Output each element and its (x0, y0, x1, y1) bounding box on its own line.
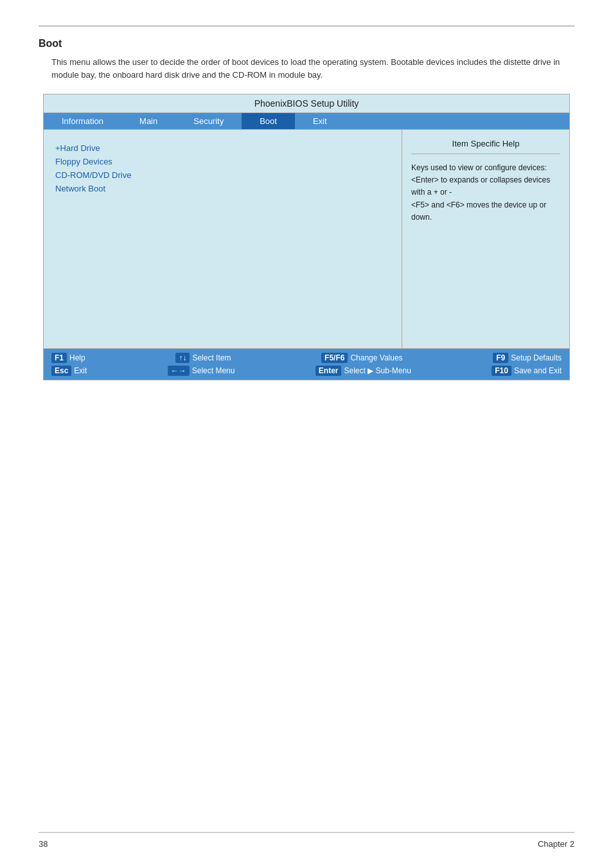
footer-item: F10Save and Exit (489, 364, 564, 377)
footer-label: Select ▶ Sub-Menu (344, 366, 411, 375)
bios-nav-item-main[interactable]: Main (121, 113, 175, 129)
footer-label: Select Menu (192, 366, 235, 375)
bios-nav-item-information[interactable]: Information (44, 113, 121, 129)
footer-label: Save and Exit (514, 366, 562, 375)
help-text: Keys used to view or configure devices:<… (411, 162, 560, 224)
footer-item: ←→Select Menu (165, 364, 238, 377)
bios-nav-item-security[interactable]: Security (175, 113, 242, 129)
footer-item: EnterSelect ▶ Sub-Menu (313, 364, 414, 377)
footer-key: Enter (315, 366, 342, 376)
bios-left-panel: +Hard DriveFloppy DevicesCD-ROM/DVD Driv… (44, 130, 402, 348)
footer-label: Select Item (192, 353, 231, 362)
footer-key: F10 (492, 366, 511, 376)
bios-nav-item-exit[interactable]: Exit (295, 113, 345, 129)
footer-label: Help (69, 353, 85, 362)
footer-item: EscExit (49, 364, 89, 377)
bios-nav-bar: InformationMainSecurityBootExit (44, 113, 569, 130)
footer-item: F9Setup Defaults (490, 351, 564, 364)
bios-setup-box: PhoenixBIOS Setup Utility InformationMai… (43, 94, 570, 380)
footer-key: F5/F6 (321, 353, 348, 363)
footer-label: Exit (74, 366, 87, 375)
bios-right-panel: Item Specific Help Keys used to view or … (402, 130, 569, 348)
page-number: 38 (39, 839, 48, 849)
boot-item[interactable]: Floppy Devices (54, 156, 391, 167)
bios-footer: F1Help↑↓Select ItemF5/F6Change ValuesF9S… (44, 348, 569, 380)
page-container: Boot This menu allows the user to decide… (0, 0, 613, 419)
bios-content-area: +Hard DriveFloppy DevicesCD-ROM/DVD Driv… (44, 130, 569, 348)
bios-title-bar: PhoenixBIOS Setup Utility (44, 94, 569, 113)
section-description: This menu allows the user to decide the … (51, 56, 574, 81)
footer-key: ←→ (168, 366, 190, 376)
footer-key: F1 (51, 353, 67, 363)
page-title: Boot (39, 38, 574, 49)
footer-row: F1Help↑↓Select ItemF5/F6Change ValuesF9S… (49, 351, 564, 364)
boot-item[interactable]: CD-ROM/DVD Drive (54, 170, 391, 181)
footer-key: F9 (493, 353, 508, 363)
chapter-label: Chapter 2 (538, 839, 574, 849)
footer-label: Change Values (350, 353, 402, 362)
footer-item: F1Help (49, 351, 88, 364)
bios-nav-item-boot[interactable]: Boot (242, 113, 295, 129)
page-footer: 38 Chapter 2 (39, 832, 574, 849)
footer-item: F5/F6Change Values (319, 351, 405, 364)
footer-row: EscExit←→Select MenuEnterSelect ▶ Sub-Me… (49, 364, 564, 377)
footer-item: ↑↓Select Item (173, 351, 233, 364)
footer-key: ↑↓ (175, 353, 190, 363)
footer-key: Esc (51, 366, 71, 376)
top-divider (39, 26, 574, 26)
footer-label: Setup Defaults (511, 353, 562, 362)
boot-item[interactable]: +Hard Drive (54, 143, 391, 154)
help-title: Item Specific Help (411, 139, 560, 154)
boot-item[interactable]: Network Boot (54, 183, 391, 194)
